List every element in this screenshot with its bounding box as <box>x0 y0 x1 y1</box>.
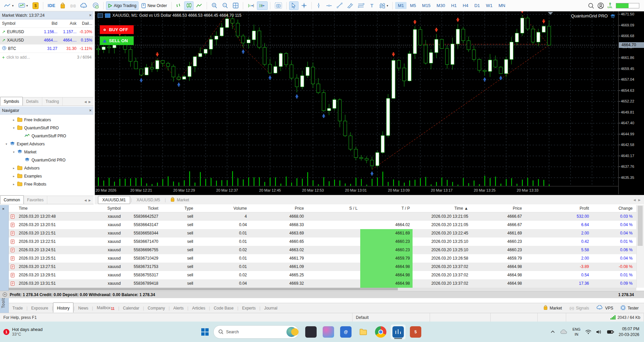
tab-favorites[interactable]: Favorites <box>24 196 47 204</box>
chart-area[interactable]: XAUUSD, M1: Gold vs US Dollar 4666.53 46… <box>95 11 644 195</box>
history-col-time2[interactable]: Time ▲ <box>413 206 471 211</box>
timeframe-mn[interactable]: MN <box>496 2 508 9</box>
bar-chart-mode-button[interactable] <box>174 1 183 10</box>
history-hscrollbar[interactable] <box>9 288 636 290</box>
taskbar-weather-widget[interactable]: 1 Hot days ahead 33°C <box>0 327 80 337</box>
windows-start-button[interactable] <box>201 328 209 336</box>
broadcast-add-button[interactable] <box>90 1 101 10</box>
expander-icon[interactable]: ▸ <box>12 166 15 170</box>
history-col-type[interactable]: Type <box>161 206 196 211</box>
timeframe-h1[interactable]: H1 <box>448 2 460 9</box>
toolbox-tab-exposure[interactable]: Exposure <box>28 304 52 313</box>
table-row[interactable]: 2026.03.20 13:27:51xauusd55836731753sell… <box>9 263 644 271</box>
col-symbol[interactable]: Symbol <box>0 21 40 26</box>
tab-trading[interactable]: Trading <box>42 97 63 106</box>
table-row[interactable]: 2026.03.20 13:20:51xauusd55836643147sell… <box>9 221 644 229</box>
expand-icon[interactable]: + <box>3 292 7 297</box>
chart-tab-market[interactable]: Market <box>166 196 193 204</box>
toolbox-tab-news[interactable]: News <box>74 304 92 313</box>
new-order-button[interactable]: New Order <box>139 1 169 10</box>
chart-tab-scroll-arrows[interactable]: ◀▶ <box>633 198 644 202</box>
wifi-icon[interactable] <box>585 330 591 334</box>
tree-item-free-robots[interactable]: ▸Free Robots <box>0 180 94 188</box>
tab-common[interactable]: Common <box>0 195 24 204</box>
shapes-tool[interactable]: ▾ <box>377 1 390 10</box>
battery-icon[interactable] <box>607 330 614 334</box>
expander-icon[interactable]: ▸ <box>12 118 15 122</box>
table-row[interactable]: 2026.03.20 13:25:51xauusd55836710429sell… <box>9 254 644 263</box>
search-icon[interactable] <box>588 3 594 9</box>
toolbox-action-tester[interactable]: Tester <box>621 305 639 311</box>
chart-tab-xauusd-m5[interactable]: XAUUSD,M5 <box>132 196 164 204</box>
tree-item-advisors[interactable]: ▸Advisors <box>0 164 94 172</box>
toolbox-tab-alerts[interactable]: Alerts <box>170 304 187 313</box>
vps-button[interactable] <box>78 1 90 10</box>
tab-scroll-arrows[interactable]: ◀▶ <box>84 100 94 106</box>
cursor-tool-button[interactable] <box>289 1 299 10</box>
history-col-sl[interactable]: S / L <box>307 206 360 211</box>
timeframe-w1[interactable]: W1 <box>483 2 495 9</box>
volume-icon[interactable] <box>596 330 602 334</box>
expander-icon[interactable]: ▾ <box>12 150 15 154</box>
time-axis[interactable]: 20 Mar 202620 Mar 12:2120 Mar 12:2920 Ma… <box>95 187 619 194</box>
expander-icon[interactable]: ▾ <box>5 142 8 146</box>
taskbar-office-app[interactable]: 5 <box>408 325 423 339</box>
market-watch-row-eurusd[interactable]: ↗EURUSD1.156...1.157...-0.10% <box>0 28 94 36</box>
fibonacci-tool[interactable] <box>356 1 367 10</box>
history-col-tp[interactable]: T / P <box>360 206 413 211</box>
tree-item-expert-advisors[interactable]: ▾Expert Advisors <box>0 140 94 148</box>
col-ask[interactable]: Ask <box>59 21 78 26</box>
taskbar-explorer-app[interactable] <box>356 325 371 339</box>
tree-item-quantumstuff-pro[interactable]: ▾QuantumStuff PRO <box>0 124 94 132</box>
timeframe-m30[interactable]: M30 <box>434 2 448 9</box>
taskbar-copilot-app[interactable] <box>321 325 336 339</box>
toolbox-tab-articles[interactable]: Articles <box>189 304 209 313</box>
timeframe-h4[interactable]: H4 <box>460 2 471 9</box>
horizontal-line-tool[interactable] <box>324 1 334 10</box>
history-col-price[interactable]: Price <box>250 206 307 211</box>
toolbox-action-signals[interactable]: ((•))Signals <box>569 306 589 311</box>
expander-icon[interactable]: ▸ <box>12 175 15 178</box>
tree-item-quantumstuff-pro[interactable]: QuantumStuff PRO <box>0 132 94 140</box>
auto-scroll-button[interactable] <box>257 1 268 10</box>
toolbox-tab-company[interactable]: Company <box>144 304 168 313</box>
tree-item-examples[interactable]: ▸Examples <box>0 172 94 180</box>
screenshot-button[interactable] <box>273 1 284 10</box>
market-watch-row-btc[interactable]: BTC31.2731.30-1.11% <box>0 45 94 53</box>
market-watch-row-xauusd[interactable]: ↗XAUUSD4664....4664....0.15% <box>0 36 94 45</box>
close-icon[interactable]: × <box>2 206 5 211</box>
channel-tool[interactable] <box>345 1 355 10</box>
history-col-profit[interactable]: Profit <box>525 206 592 211</box>
zoom-out-button[interactable] <box>220 1 230 10</box>
algo-trading-button[interactable]: Algo Trading <box>106 1 138 10</box>
new-chart-button[interactable]: ▾ <box>2 1 16 10</box>
tree-item-quantumgrid-pro[interactable]: QuantumGrid PRO <box>0 156 94 164</box>
quotes-button[interactable]: $ <box>31 1 41 10</box>
zoom-in-button[interactable] <box>209 1 219 10</box>
tile-windows-button[interactable] <box>231 1 240 10</box>
text-tool[interactable]: T <box>367 1 377 10</box>
line-mode-button[interactable] <box>194 1 204 10</box>
taskbar-mt5-app[interactable] <box>391 325 406 339</box>
history-col-volume[interactable]: Volume <box>196 206 250 211</box>
table-row[interactable]: 2026.03.20 13:22:51xauusd55836671470sell… <box>9 237 644 246</box>
close-icon[interactable]: × <box>89 13 92 18</box>
table-row[interactable]: 2026.03.20 13:29:51xauusd55836755317sell… <box>9 271 644 279</box>
crosshair-tool-button[interactable] <box>299 1 309 10</box>
ide-button[interactable]: IDE <box>46 1 57 10</box>
toolbox-tab-calendar[interactable]: Calendar <box>119 304 143 313</box>
close-icon[interactable]: × <box>89 108 92 113</box>
toolbox-tab-code-base[interactable]: Code Base <box>210 304 237 313</box>
onedrive-cloud-icon[interactable] <box>560 329 568 334</box>
buy-off-button[interactable]: BUY OFF <box>100 25 134 34</box>
taskbar-search[interactable]: Search <box>213 325 299 339</box>
toolbox-tab-journal[interactable]: Journal <box>260 304 281 313</box>
trendline-tool[interactable] <box>335 1 344 10</box>
taskbar-device-app[interactable] <box>304 325 318 339</box>
history-col-time[interactable]: Time <box>19 206 76 211</box>
toolbox-tab-history[interactable]: History <box>53 302 73 313</box>
chevron-up-icon[interactable] <box>550 330 555 333</box>
tab-scroll-arrows[interactable]: ◀▶ <box>84 199 94 204</box>
history-col-ticket[interactable]: Ticket <box>123 206 161 211</box>
history-col-symbol[interactable]: Symbol <box>76 206 123 211</box>
